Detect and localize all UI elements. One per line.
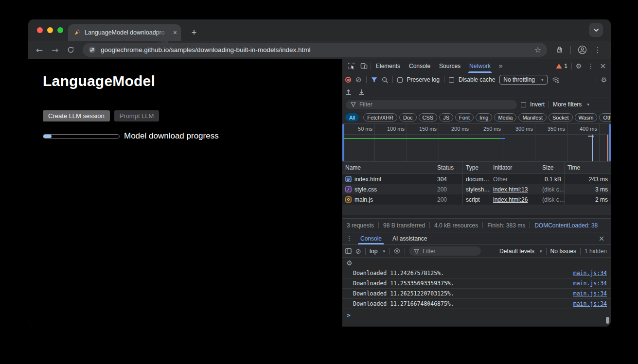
network-overview-timeline[interactable]: 50 ms 100 ms 150 ms 200 ms 250 ms 300 ms…: [342, 124, 611, 162]
device-toolbar-button[interactable]: [358, 62, 370, 69]
column-status[interactable]: Status: [434, 162, 463, 173]
console-message[interactable]: Downloaded 11.24267578125%. main.js:34: [342, 268, 611, 278]
drawer-menu-button[interactable]: ⋮: [344, 235, 354, 242]
drawer-close-button[interactable]: ×: [596, 234, 607, 243]
back-button[interactable]: ←: [33, 44, 46, 56]
more-panels-button[interactable]: »: [496, 62, 506, 70]
column-initiator[interactable]: Initiator: [490, 162, 539, 173]
summary-resources: 4.0 kB resources: [430, 222, 482, 229]
chip-img[interactable]: Img: [476, 113, 492, 121]
chip-css[interactable]: CSS: [419, 113, 438, 121]
issues-warning-badge[interactable]: 1: [553, 63, 570, 69]
drawer-tab-ai-assistance[interactable]: AI assistance: [388, 232, 431, 244]
devtools-tabbar: Elements Console Sources Network » 1 ⚙ ⋮…: [342, 59, 611, 73]
issues-status[interactable]: No Issues: [550, 248, 576, 255]
tab-sources[interactable]: Sources: [435, 59, 464, 73]
divider: [546, 248, 547, 255]
minimize-window-button[interactable]: [47, 27, 53, 33]
chip-wasm[interactable]: Wasm: [575, 113, 598, 121]
reload-button[interactable]: [64, 44, 77, 56]
close-window-button[interactable]: [37, 27, 43, 33]
message-source-link[interactable]: main.js:34: [573, 270, 607, 277]
download-icon: [358, 89, 365, 95]
chip-manifest[interactable]: Manifest: [518, 113, 547, 121]
profile-button[interactable]: [576, 44, 588, 56]
preserve-log-checkbox[interactable]: [397, 77, 403, 83]
column-size[interactable]: Size: [539, 162, 565, 173]
message-source-link[interactable]: main.js:34: [573, 300, 607, 307]
chip-other[interactable]: Other: [599, 113, 611, 121]
drawer-tab-console[interactable]: Console: [356, 232, 386, 244]
console-context-select[interactable]: top: [370, 248, 378, 255]
console-scrollbar-thumb[interactable]: [606, 317, 609, 324]
network-settings-button[interactable]: ⚙: [601, 76, 607, 84]
console-message[interactable]: Downloaded 11.26251220703125%. main.js:3…: [342, 289, 611, 299]
network-filter-input[interactable]: Filter: [346, 100, 517, 109]
console-message[interactable]: Downloaded 11.25335693359375%. main.js:3…: [342, 278, 611, 289]
chip-media[interactable]: Media: [494, 113, 516, 121]
tab-console[interactable]: Console: [405, 59, 434, 73]
console-filter-input[interactable]: Filter: [409, 246, 481, 256]
chip-socket[interactable]: Socket: [549, 113, 573, 121]
extensions-button[interactable]: [553, 44, 566, 56]
bookmark-star-icon[interactable]: ☆: [534, 45, 541, 54]
omnibox[interactable]: googlechrome.github.io/samples/downloadi…: [83, 43, 547, 57]
network-conditions-button[interactable]: [552, 77, 560, 83]
request-initiator[interactable]: index.html:13: [490, 184, 539, 194]
export-har-button[interactable]: [358, 89, 365, 95]
chip-js[interactable]: JS: [439, 113, 453, 121]
tab-search-button[interactable]: [589, 23, 603, 37]
record-network-log-button[interactable]: [345, 77, 351, 83]
request-initiator[interactable]: index.html:26: [490, 194, 539, 205]
hidden-messages-count[interactable]: 1 hidden: [585, 248, 607, 255]
browser-tab[interactable]: LanguageModel downloadpro ×: [68, 24, 181, 41]
new-tab-button[interactable]: +: [188, 26, 200, 39]
request-row-style-css[interactable]: style.css 200 stylesh… index.html:13 (di…: [342, 184, 611, 194]
request-row-index-html[interactable]: index.html 304 docum… Other 0.1 kB 243 m…: [342, 174, 611, 184]
inspect-element-button[interactable]: [345, 62, 357, 69]
devtools-settings-button[interactable]: ⚙: [573, 62, 585, 70]
zoom-window-button[interactable]: [57, 27, 63, 33]
divider: [366, 76, 367, 83]
throttling-select[interactable]: No throttling ▾: [499, 75, 547, 85]
overview-left-handle[interactable]: [342, 124, 344, 161]
initiator-link[interactable]: index.html:26: [493, 196, 528, 203]
chip-doc[interactable]: Doc: [399, 113, 417, 121]
console-settings-button[interactable]: ⚙: [346, 259, 353, 267]
network-filter-toggle-button[interactable]: [371, 77, 377, 83]
clear-console-button[interactable]: ⊘: [355, 247, 361, 255]
overview-right-handle[interactable]: [609, 124, 611, 161]
devtools-menu-button[interactable]: ⋮: [585, 62, 596, 70]
disable-cache-checkbox[interactable]: [449, 77, 454, 83]
browser-menu-button[interactable]: ⋮: [591, 44, 604, 56]
funnel-icon: [351, 102, 356, 107]
tab-close-icon[interactable]: ×: [173, 29, 177, 36]
tab-elements[interactable]: Elements: [372, 59, 404, 73]
clear-network-log-button[interactable]: ⊘: [355, 75, 362, 84]
invert-checkbox[interactable]: [521, 102, 526, 107]
console-sidebar-toggle-button[interactable]: [345, 248, 352, 254]
column-type[interactable]: Type: [463, 162, 490, 173]
live-expression-button[interactable]: [393, 248, 401, 254]
console-message[interactable]: Downloaded 11.27166748046875%. main.js:3…: [342, 299, 611, 309]
forward-button[interactable]: →: [49, 44, 61, 56]
more-filters-button[interactable]: More filters: [553, 101, 582, 108]
create-llm-session-button[interactable]: Create LLM session: [43, 110, 110, 121]
chip-fetch-xhr[interactable]: Fetch/XHR: [363, 113, 397, 121]
message-source-link[interactable]: main.js:34: [573, 290, 607, 297]
initiator-link[interactable]: index.html:13: [493, 186, 528, 193]
chip-all[interactable]: All: [345, 113, 359, 121]
devtools-close-button[interactable]: ×: [597, 61, 609, 70]
column-time[interactable]: Time: [565, 162, 611, 173]
message-source-link[interactable]: main.js:34: [573, 280, 607, 287]
log-levels-select[interactable]: Default levels: [499, 248, 534, 255]
url-text[interactable]: googlechrome.github.io/samples/downloadi…: [101, 46, 530, 53]
column-name[interactable]: Name: [342, 162, 434, 173]
console-prompt[interactable]: >: [342, 309, 611, 327]
chip-font[interactable]: Font: [455, 113, 474, 121]
request-row-main-js[interactable]: main.js 200 script index.html:26 (disk c…: [342, 194, 611, 205]
tab-network[interactable]: Network: [465, 59, 495, 73]
chevron-down-icon: [593, 28, 599, 32]
import-har-button[interactable]: [345, 89, 352, 95]
network-search-button[interactable]: [382, 77, 388, 83]
